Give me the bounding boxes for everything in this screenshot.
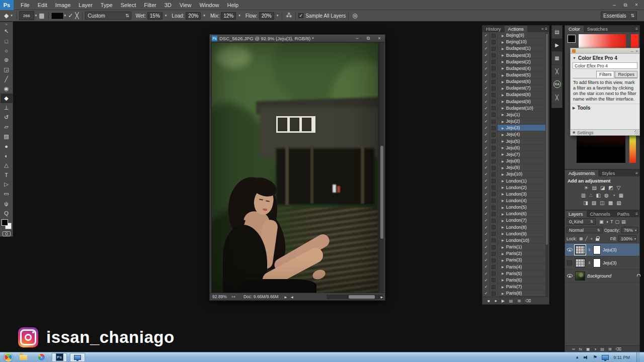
action-item[interactable]: ✓▶Jeju(8) (482, 158, 546, 164)
dialog-toggle-box[interactable] (492, 60, 496, 64)
action-item[interactable]: ✓▶London(3) (482, 191, 546, 198)
dialog-toggle-cell[interactable] (490, 45, 498, 52)
dialog-toggle-box[interactable] (492, 292, 496, 296)
checkmark-icon[interactable]: ✓ (482, 151, 490, 158)
expand-arrow-icon[interactable]: ▶ (502, 40, 504, 44)
dialog-toggle-cell[interactable] (490, 171, 498, 177)
checkmark-icon[interactable]: ✓ (482, 65, 490, 72)
action-item-main[interactable]: ▶Paris(3) (498, 257, 546, 263)
expand-arrow-icon[interactable]: ▶ (502, 106, 504, 110)
checkmark-icon[interactable]: ✓ (482, 185, 490, 191)
dialog-toggle-box[interactable] (492, 133, 496, 137)
document-canvas[interactable] (211, 42, 384, 293)
efex-search-input[interactable]: Color Efex Pro 4 (573, 62, 637, 69)
add-mask-icon[interactable]: ▣ (586, 347, 590, 351)
link-layers-icon[interactable]: ∞ (572, 347, 575, 351)
panel-menu-icon[interactable]: ≡ (545, 27, 547, 31)
color-lookup-icon[interactable]: ▦ (619, 192, 623, 199)
dialog-toggle-cell[interactable] (490, 277, 498, 284)
menu-layer[interactable]: Layer (74, 0, 97, 10)
document-vertical-scrollbar[interactable] (380, 43, 384, 293)
action-item-main[interactable]: ▶London(10) (498, 237, 546, 244)
panel-expand-icon[interactable]: » (541, 27, 543, 31)
channel-mixer-icon[interactable]: ◔ (612, 192, 615, 199)
history-brush-tool[interactable]: ↺ (1, 113, 13, 122)
action-item[interactable]: ✓▶Budapest(9) (482, 99, 546, 105)
display-icon[interactable] (602, 355, 609, 360)
checkmark-icon[interactable]: ✓ (482, 125, 490, 131)
filter-pixel-layers-icon[interactable]: ▣ (599, 219, 604, 224)
dialog-toggle-box[interactable] (492, 199, 496, 203)
dialog-toggle-box[interactable] (492, 93, 496, 97)
filter-adjustment-layers-icon[interactable]: ◑ (606, 219, 608, 224)
action-item[interactable]: ✓▶Budapest(4) (482, 65, 546, 72)
brush-panel-toggle-icon[interactable]: ▩ (38, 12, 45, 19)
tab-channels[interactable]: Channels (587, 211, 614, 217)
action-item-main[interactable]: ▶Paris(1) (498, 244, 546, 250)
dialog-toggle-cell[interactable] (490, 52, 498, 58)
dialog-toggle-cell[interactable] (490, 263, 498, 270)
close-button[interactable]: × (631, 0, 642, 10)
action-item[interactable]: ✓▶Paris(1) (482, 244, 546, 250)
checkmark-icon[interactable]: ✓ (482, 177, 490, 184)
brightness-contrast-icon[interactable]: ☀ (584, 185, 588, 191)
checkmark-icon[interactable]: ✓ (482, 52, 490, 58)
dialog-toggle-cell[interactable] (490, 131, 498, 138)
dialog-toggle-box[interactable] (492, 66, 496, 70)
checkmark-icon[interactable]: ✓ (482, 32, 490, 39)
dialog-toggle-cell[interactable] (490, 118, 498, 125)
color-balance-icon[interactable]: ∴ (589, 192, 592, 199)
action-item[interactable]: ✓▶Budapest(6) (482, 78, 546, 85)
dialog-toggle-box[interactable] (492, 86, 496, 90)
action-item-main[interactable]: ▶Budapest(10) (498, 105, 546, 112)
dialog-toggle-box[interactable] (492, 106, 496, 110)
visibility-eye-icon[interactable] (566, 274, 573, 278)
efex-tools-section[interactable]: ▶ Tools (571, 104, 639, 112)
new-layer-icon[interactable]: ⊞ (608, 347, 612, 351)
lasso-tool[interactable]: ○ (1, 46, 13, 55)
action-item-main[interactable]: ▶Budapest(1) (498, 45, 546, 52)
checkmark-icon[interactable]: ✓ (482, 231, 490, 237)
tray-expand-icon[interactable]: ▲ (575, 355, 579, 359)
dialog-toggle-cell[interactable] (490, 185, 498, 191)
exposure-icon[interactable]: ◩ (608, 185, 613, 191)
expand-arrow-icon[interactable]: ▶ (502, 278, 504, 282)
dialog-toggle-box[interactable] (492, 126, 496, 130)
action-center-flag-icon[interactable]: ⚑ (593, 354, 597, 360)
efex-titlebar[interactable]: – × (571, 48, 639, 54)
action-item[interactable]: ✓▶Jeju(6) (482, 145, 546, 151)
action-item[interactable]: ✓▶London(8) (482, 224, 546, 231)
checkmark-icon[interactable]: ✓ (482, 224, 490, 231)
action-item-main[interactable]: ▶London(8) (498, 224, 546, 231)
expand-arrow-icon[interactable]: ▶ (502, 245, 504, 249)
menu-edit[interactable]: Edit (34, 0, 51, 10)
status-flyout-icon[interactable]: ↦ (232, 294, 235, 299)
checkmark-icon[interactable]: ✓ (482, 237, 490, 244)
dialog-toggle-cell[interactable] (490, 257, 498, 263)
foreground-color-chip[interactable] (568, 35, 576, 43)
checkmark-icon[interactable]: ✓ (482, 270, 490, 277)
dialog-toggle-cell[interactable] (490, 39, 498, 45)
action-item[interactable]: ✓▶Paris(2) (482, 250, 546, 257)
dialog-toggle-cell[interactable] (490, 204, 498, 211)
lock-position-icon[interactable]: ＋ (590, 236, 594, 241)
tools-x-panel-icon[interactable]: ╳ (552, 65, 562, 78)
crossed-tools-panel-icon[interactable]: ╳ (552, 91, 562, 104)
action-item[interactable]: ✓▶London(9) (482, 231, 546, 237)
lock-pixels-icon[interactable]: ╱ (585, 236, 588, 241)
new-adjustment-icon[interactable]: ◑ (594, 347, 597, 351)
dialog-toggle-box[interactable] (492, 139, 496, 143)
expand-arrow-icon[interactable]: ▶ (502, 172, 504, 176)
expand-arrow-icon[interactable]: ▶ (502, 285, 504, 289)
dodge-tool[interactable]: ◐ (1, 151, 13, 160)
dialog-toggle-box[interactable] (492, 186, 496, 190)
expand-arrow-icon[interactable]: ▶ (502, 34, 504, 37)
taskbar-photoshop-button[interactable]: Ps (52, 353, 67, 362)
expand-arrow-icon[interactable]: ▶ (502, 126, 504, 130)
layer-mask-thumbnail[interactable] (593, 258, 601, 267)
checkmark-icon[interactable]: ✓ (482, 118, 490, 125)
restore-button[interactable]: ⧉ (620, 0, 631, 10)
layer-row[interactable]: ∞Jeju(3) (565, 243, 639, 256)
action-item-main[interactable]: ▶Jeju(7) (498, 151, 546, 158)
action-item-main[interactable]: ▶Paris(8) (498, 290, 546, 297)
